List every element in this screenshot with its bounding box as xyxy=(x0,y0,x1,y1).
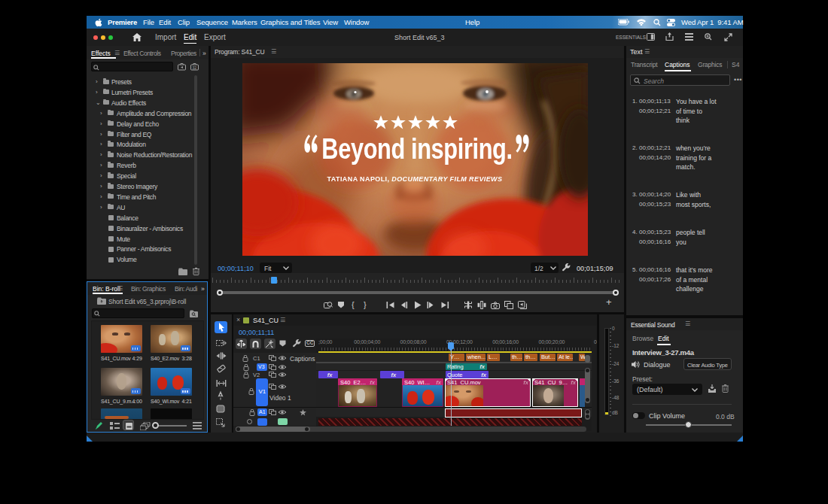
svg-text:32: 32 xyxy=(193,65,197,70)
svg-text:Beyond inspiring.: Beyond inspiring. xyxy=(321,132,512,164)
svg-text:TATIANA NAPOLI, DOCUMENTARY FI: TATIANA NAPOLI, DOCUMENTARY FILM REVIEWS xyxy=(327,175,503,183)
svg-text:}: } xyxy=(364,300,367,309)
svg-text:{: { xyxy=(352,300,355,309)
